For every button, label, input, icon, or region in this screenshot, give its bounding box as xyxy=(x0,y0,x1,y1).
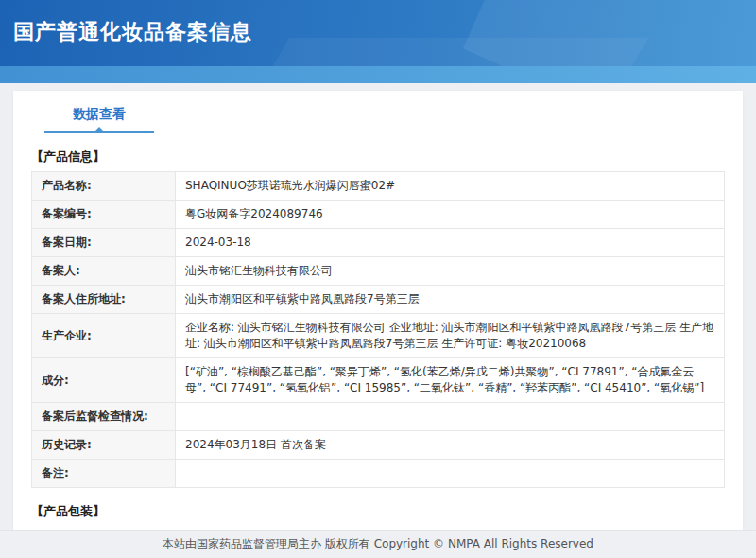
header-substrip xyxy=(0,66,756,83)
row-label: 备案人: xyxy=(32,257,176,286)
row-label: 备案日期: xyxy=(32,229,176,257)
page-footer: 本站由国家药品监督管理局主办 版权所有 Copyright © NMPA All… xyxy=(0,530,756,558)
tab-active-underline xyxy=(44,131,154,133)
tab-data-view-label: 数据查看 xyxy=(73,106,126,121)
table-row: 备案人:汕头市铭汇生物科技有限公司 xyxy=(32,257,725,286)
row-value: 2024年03月18日 首次备案 xyxy=(176,431,725,460)
table-row: 生产企业:企业名称: 汕头市铭汇生物科技有限公司 企业地址: 汕头市潮阳区和平镇… xyxy=(32,314,725,358)
row-value xyxy=(176,403,725,431)
table-row: 历史记录:2024年03月18日 首次备案 xyxy=(32,431,725,460)
product-info-table: 产品名称:SHAQINUO莎琪诺琉光水润爆闪唇蜜02#备案编号:粤G妆网备字20… xyxy=(31,171,725,488)
tab-data-view[interactable]: 数据查看 xyxy=(44,104,154,133)
row-value: 粤G妆网备字2024089746 xyxy=(176,201,725,229)
page-title: 国产普通化妆品备案信息 xyxy=(13,18,252,46)
footer-text: 本站由国家药品监督管理局主办 版权所有 Copyright © NMPA All… xyxy=(163,536,593,552)
row-label: 历史记录: xyxy=(32,431,176,460)
row-value: 2024-03-18 xyxy=(176,229,725,257)
row-label: 备案后监督检查情况: xyxy=(32,403,176,431)
table-row: 备案人住所地址:汕头市潮阳区和平镇紫中路凤凰路段7号第三层 xyxy=(32,286,725,314)
row-value: [“矿油”, “棕榈酸乙基己酯”, “聚异丁烯”, “氢化(苯乙烯/异戊二烯)共… xyxy=(176,358,725,403)
table-row: 备案编号:粤G妆网备字2024089746 xyxy=(32,201,725,229)
row-value xyxy=(176,460,725,488)
section-title-product-info: 【产品信息】 xyxy=(31,148,725,166)
table-row: 备案日期:2024-03-18 xyxy=(32,229,725,257)
table-row: 成分:[“矿油”, “棕榈酸乙基己酯”, “聚异丁烯”, “氢化(苯乙烯/异戊二… xyxy=(32,358,725,403)
row-label: 产品名称: xyxy=(32,172,176,201)
content-card: 数据查看 【产品信息】 产品名称:SHAQINUO莎琪诺琉光水润爆闪唇蜜02#备… xyxy=(13,91,743,558)
table-row: 产品名称:SHAQINUO莎琪诺琉光水润爆闪唇蜜02# xyxy=(32,172,725,201)
row-label: 成分: xyxy=(32,358,176,403)
table-row: 备案后监督检查情况: xyxy=(32,403,725,431)
row-label: 备案人住所地址: xyxy=(32,286,176,314)
page-header: 国产普通化妆品备案信息 xyxy=(0,0,756,66)
table-row: 备注: xyxy=(32,460,725,488)
row-value: 汕头市潮阳区和平镇紫中路凤凰路段7号第三层 xyxy=(176,286,725,314)
row-label: 生产企业: xyxy=(32,314,176,358)
row-value: SHAQINUO莎琪诺琉光水润爆闪唇蜜02# xyxy=(176,172,725,201)
row-label: 备案编号: xyxy=(32,201,176,229)
row-value: 企业名称: 汕头市铭汇生物科技有限公司 企业地址: 汕头市潮阳区和平镇紫中路凤凰… xyxy=(176,314,725,358)
section-title-packaging: 【产品包装】 xyxy=(31,503,725,520)
row-label: 备注: xyxy=(32,460,176,488)
row-value: 汕头市铭汇生物科技有限公司 xyxy=(176,257,725,286)
